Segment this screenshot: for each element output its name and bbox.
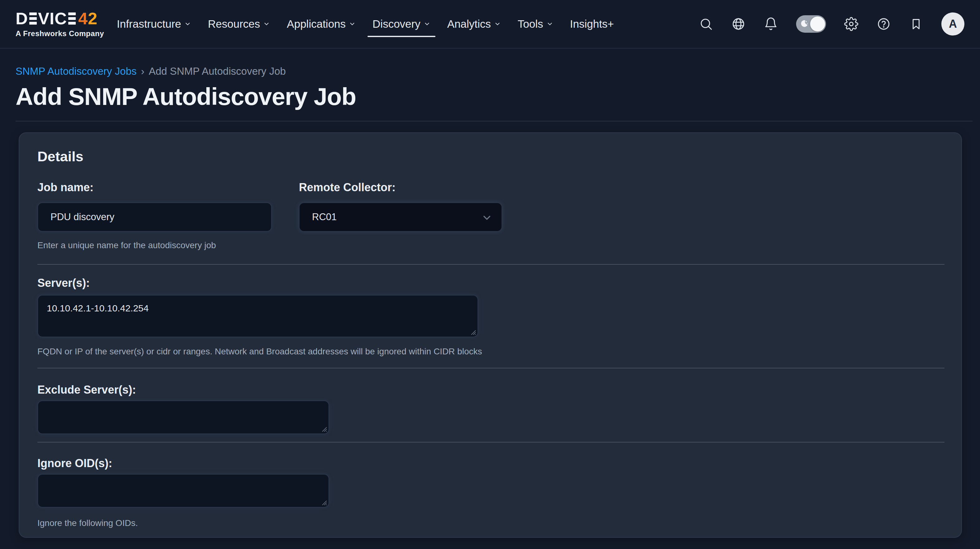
logo-e-bars-icon [29, 13, 37, 25]
chevron-down-icon [263, 21, 270, 27]
nav-actions: A [699, 13, 964, 35]
chevron-down-icon [482, 213, 492, 223]
form-row-jobname-collector: Job name: Remote Collector: RC01 [37, 181, 945, 232]
remote-collector-field-group: Remote Collector: RC01 [299, 181, 502, 232]
panel-heading: Details [37, 149, 945, 165]
logo-number: 2 [88, 10, 97, 27]
globe-icon[interactable] [731, 17, 746, 31]
menu-item-discovery[interactable]: Discovery [372, 18, 431, 30]
job-name-input[interactable] [37, 202, 272, 232]
menu-item-infrastructure[interactable]: Infrastructure [117, 18, 191, 30]
chevron-down-icon [494, 21, 501, 27]
job-name-helper: Enter a unique name for the autodiscover… [37, 240, 945, 251]
dark-mode-toggle[interactable] [796, 15, 826, 33]
breadcrumb-separator: › [141, 65, 144, 77]
breadcrumb: SNMP Autodiscovery Jobs › Add SNMP Autod… [16, 65, 964, 77]
divider [37, 368, 945, 368]
main-menu: Infrastructure Resources Applications Di… [108, 18, 622, 30]
details-panel: Details Job name: Remote Collector: RC01… [19, 132, 962, 538]
menu-item-applications[interactable]: Applications [287, 18, 356, 30]
bookmark-icon[interactable] [909, 17, 923, 31]
resize-grip-icon[interactable] [320, 498, 328, 506]
breadcrumb-parent-link[interactable]: SNMP Autodiscovery Jobs [16, 65, 137, 77]
search-icon[interactable] [699, 17, 713, 31]
remote-collector-label: Remote Collector: [299, 181, 502, 194]
servers-label: Server(s): [37, 277, 945, 289]
servers-textarea[interactable]: 10.10.42.1-10.10.42.254 [37, 295, 478, 337]
menu-item-tools[interactable]: Tools [518, 18, 553, 30]
avatar-initial: A [949, 17, 957, 30]
help-icon[interactable] [877, 17, 891, 31]
logo-letter: I [49, 10, 54, 27]
chevron-down-icon [349, 21, 356, 27]
logo-letter: C [54, 10, 67, 27]
resize-grip-icon[interactable] [320, 424, 328, 433]
job-name-field-group: Job name: [37, 181, 272, 232]
toggle-knob [810, 16, 825, 32]
page-title: Add SNMP Autodiscovery Job [16, 82, 964, 111]
logo-letter: D [16, 10, 28, 27]
menu-item-insights[interactable]: Insights+ [570, 18, 614, 30]
chevron-down-icon [423, 21, 431, 27]
divider [37, 264, 945, 265]
exclude-servers-label: Exclude Server(s): [37, 384, 945, 396]
exclude-servers-field-group [37, 400, 329, 434]
device42-logo[interactable]: DVIC42 A Freshworks Company [16, 10, 104, 38]
remote-collector-select[interactable]: RC01 [299, 202, 502, 232]
chevron-down-icon [546, 21, 553, 27]
user-avatar[interactable]: A [941, 13, 964, 35]
top-navigation-bar: DVIC42 A Freshworks Company Infrastructu… [0, 0, 980, 49]
ignore-oids-field-group [37, 474, 329, 508]
servers-field-group: 10.10.42.1-10.10.42.254 [37, 295, 478, 337]
resize-grip-icon[interactable] [468, 328, 477, 336]
job-name-label: Job name: [37, 181, 272, 194]
logo-e-bars-icon [68, 13, 76, 25]
logo-letter: V [38, 10, 49, 27]
logo-subtitle: A Freshworks Company [16, 29, 104, 38]
notifications-bell-icon[interactable] [764, 17, 778, 31]
divider [37, 442, 945, 443]
chevron-down-icon [184, 21, 191, 27]
remote-collector-value: RC01 [312, 211, 337, 223]
menu-item-analytics[interactable]: Analytics [447, 18, 501, 30]
servers-helper: FQDN or IP of the server(s) or cidr or r… [37, 347, 505, 357]
ignore-oids-helper: Ignore the following OIDs. [37, 518, 945, 528]
device42-wordmark: DVIC42 [16, 10, 104, 27]
breadcrumb-current: Add SNMP Autodiscovery Job [149, 65, 286, 77]
header-divider [16, 121, 972, 121]
menu-item-resources[interactable]: Resources [208, 18, 270, 30]
logo-number: 4 [78, 10, 88, 27]
moon-icon [799, 19, 809, 29]
exclude-servers-textarea[interactable] [37, 400, 329, 434]
settings-gear-icon[interactable] [844, 17, 858, 31]
ignore-oids-textarea[interactable] [37, 474, 329, 508]
ignore-oids-label: Ignore OID(s): [37, 457, 945, 470]
